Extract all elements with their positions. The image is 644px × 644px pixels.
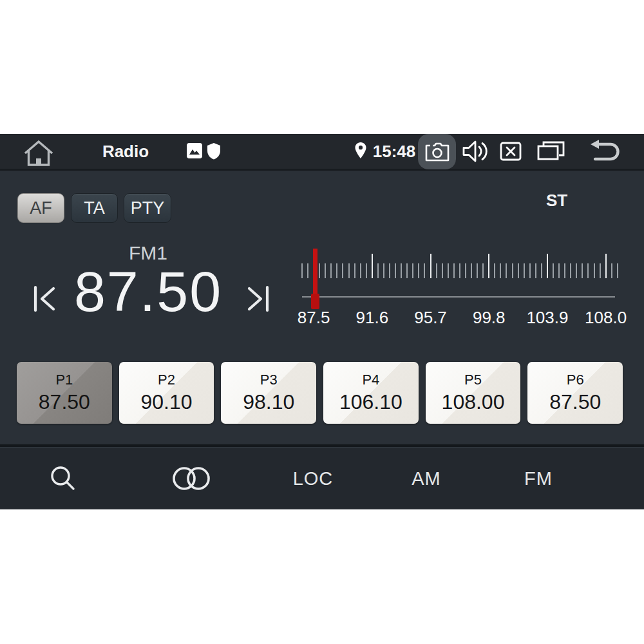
minor-tick	[325, 263, 326, 278]
loop-scan-button[interactable]	[171, 466, 211, 491]
af-toggle-button[interactable]: AF	[17, 193, 64, 223]
tuner-scale[interactable]: 87.591.695.799.8103.9108.0	[301, 250, 618, 334]
minor-tick	[366, 263, 367, 278]
close-app-button[interactable]	[496, 134, 526, 169]
minor-tick	[442, 263, 443, 278]
preset-button-p2[interactable]: P290.10	[119, 362, 214, 424]
radio-app-screen: Radio 15:48	[0, 134, 644, 509]
preset-button-p4[interactable]: P4106.10	[323, 362, 419, 424]
minor-tick	[471, 263, 472, 278]
location-pin-icon	[354, 142, 367, 160]
minor-tick	[587, 263, 589, 278]
ta-label: TA	[84, 198, 105, 218]
preset-button-p5[interactable]: P5108.00	[426, 362, 521, 424]
loc-button[interactable]: LOC	[293, 468, 334, 489]
preset-number: P4	[362, 372, 379, 388]
minor-tick	[436, 263, 437, 278]
minor-tick	[553, 263, 554, 278]
pty-button[interactable]: PTY	[124, 193, 171, 223]
home-icon	[23, 138, 55, 167]
loop-icon	[171, 466, 211, 491]
minor-tick	[482, 263, 484, 278]
seek-up-icon	[244, 283, 271, 314]
scan-search-button[interactable]	[49, 464, 77, 493]
ta-toggle-button[interactable]: TA	[71, 193, 118, 223]
preset-button-p1[interactable]: P187.50	[17, 362, 112, 424]
preset-button-p6[interactable]: P687.50	[527, 362, 623, 424]
search-icon	[49, 464, 77, 493]
minor-tick	[600, 263, 601, 278]
preset-number: P2	[158, 372, 175, 388]
current-frequency: 87.50	[68, 260, 229, 330]
status-clock: 15:48	[371, 134, 417, 169]
page-title: Radio	[77, 134, 174, 169]
tuner-needle-head	[311, 294, 319, 309]
major-tick	[430, 254, 431, 278]
minor-tick	[319, 263, 320, 278]
minor-tick	[518, 263, 519, 278]
preset-frequency: 87.50	[549, 390, 601, 414]
fm-band-button[interactable]: FM	[524, 468, 553, 489]
minor-tick	[342, 263, 343, 278]
scale-label: 99.8	[473, 308, 506, 328]
minor-tick	[506, 263, 507, 278]
minor-tick	[377, 263, 379, 278]
minor-tick	[594, 263, 595, 278]
preset-number: P6	[567, 372, 584, 388]
minor-tick	[529, 263, 531, 278]
minor-tick	[453, 263, 455, 278]
minor-tick	[524, 263, 525, 278]
scale-label: 108.0	[585, 308, 627, 328]
minor-tick	[494, 263, 495, 278]
seek-down-button[interactable]	[31, 283, 59, 314]
minor-tick	[401, 263, 402, 278]
minor-tick	[395, 263, 396, 278]
minor-tick	[330, 263, 332, 278]
major-tick	[547, 254, 548, 278]
minor-tick	[564, 263, 565, 278]
minor-tick	[500, 263, 501, 278]
preset-number: P5	[464, 372, 482, 388]
minor-tick	[512, 263, 513, 278]
minor-tick	[459, 263, 460, 278]
preset-button-p3[interactable]: P398.10	[221, 362, 316, 424]
preset-frequency: 90.10	[140, 390, 192, 414]
minor-tick	[465, 263, 466, 278]
minor-tick	[383, 263, 384, 278]
picture-icon	[186, 142, 203, 159]
minor-tick	[448, 263, 449, 278]
minor-tick	[354, 263, 355, 278]
preset-frequency: 98.10	[243, 390, 294, 414]
am-label: AM	[412, 468, 441, 489]
minor-tick	[301, 263, 303, 278]
recent-apps-button[interactable]	[533, 134, 568, 169]
camera-button[interactable]	[418, 134, 456, 169]
pty-label: PTY	[131, 198, 165, 218]
minor-tick	[576, 263, 577, 278]
minor-tick	[412, 263, 413, 278]
fm-label: FM	[524, 468, 553, 489]
volume-button[interactable]	[460, 134, 491, 169]
major-tick	[605, 254, 607, 278]
recents-icon	[536, 140, 565, 162]
scale-label: 87.5	[298, 308, 330, 328]
preset-row: P187.50P290.10P398.10P4106.10P5108.00P68…	[17, 362, 623, 424]
am-band-button[interactable]: AM	[412, 468, 441, 489]
tuner-baseline	[302, 296, 615, 298]
seek-up-button[interactable]	[243, 283, 272, 314]
minor-tick	[418, 263, 419, 278]
camera-icon	[425, 142, 450, 162]
major-tick	[488, 254, 489, 278]
scale-label: 95.7	[414, 308, 447, 328]
minor-tick	[535, 263, 536, 278]
minor-tick	[611, 263, 612, 278]
preset-frequency: 106.10	[339, 390, 402, 414]
minor-tick	[617, 263, 618, 278]
minor-tick	[360, 263, 361, 278]
minor-tick	[336, 263, 337, 278]
speaker-icon	[462, 140, 489, 163]
back-button[interactable]	[586, 134, 626, 169]
minor-tick	[348, 263, 350, 278]
home-button[interactable]	[22, 138, 55, 167]
preset-number: P3	[260, 372, 278, 388]
